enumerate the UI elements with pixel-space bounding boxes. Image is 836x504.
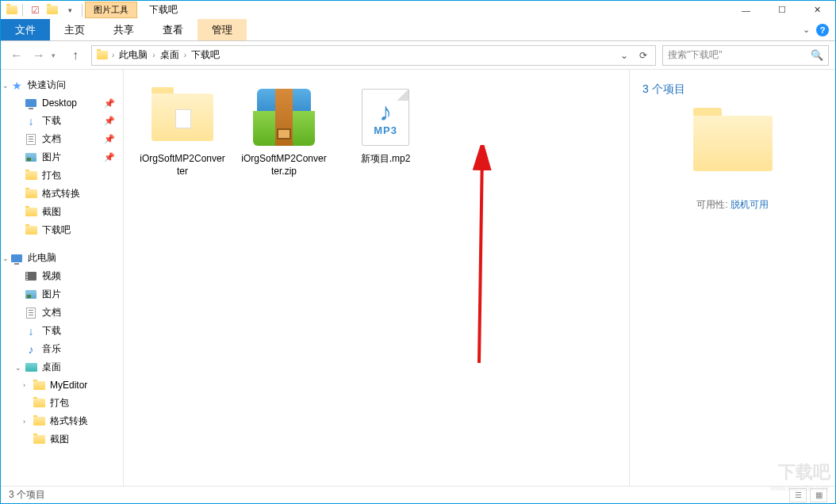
folder-icon <box>33 433 45 446</box>
folder-icon <box>25 170 37 182</box>
nav-desktop[interactable]: Desktop 📌 <box>1 94 123 112</box>
folder-icon <box>25 188 37 200</box>
nav-folder-geshi[interactable]: 格式转换 <box>1 185 123 203</box>
pin-icon: 📌 <box>104 134 120 144</box>
audio-icon: ♪ MP3 <box>350 86 421 149</box>
details-avail-value: 脱机可用 <box>731 199 769 210</box>
nav-documents2[interactable]: 文档 <box>1 304 123 322</box>
file-item-zip[interactable]: 360 ZIP iOrgSoftMP2Converter.zip <box>236 86 332 178</box>
nav-music[interactable]: ♪ 音乐 <box>1 340 123 358</box>
chevron-right-icon[interactable]: › <box>150 51 157 59</box>
nav-downloads[interactable]: ↓ 下载 📌 <box>1 112 123 130</box>
maximize-button[interactable]: ☐ <box>764 2 800 19</box>
download-icon: ↓ <box>25 115 37 128</box>
nav-up-button[interactable]: ↑ <box>66 46 85 65</box>
nav-desktop2[interactable]: ⌄ 桌面 <box>1 358 123 376</box>
computer-icon <box>10 252 23 265</box>
breadcrumb-level2[interactable]: 下载吧 <box>189 48 222 62</box>
nav-jietu2[interactable]: 截图 <box>1 430 123 449</box>
nav-myeditor[interactable]: › MyEditor <box>1 376 123 394</box>
zip-icon: 360 ZIP <box>248 86 320 149</box>
monitor-icon <box>25 97 37 109</box>
close-button[interactable]: ✕ <box>800 2 835 19</box>
nav-geshi2[interactable]: › 格式转换 <box>1 412 123 430</box>
caret-right-icon[interactable]: › <box>23 381 25 389</box>
nav-downloads2[interactable]: ↓ 下载 <box>1 322 123 340</box>
chevron-right-icon[interactable]: › <box>109 51 117 59</box>
ribbon: 文件 主页 共享 查看 管理 ⌄ ? <box>1 19 835 41</box>
folder-icon <box>33 397 45 410</box>
nav-folder-jietu[interactable]: 截图 <box>1 203 123 221</box>
nav-dabao2[interactable]: 打包 <box>1 394 123 412</box>
refresh-button[interactable]: ⟳ <box>635 47 652 64</box>
file-list[interactable]: iOrgSoftMP2Converter 360 ZIP iOrgSoftMP2… <box>124 70 629 486</box>
search-input[interactable]: 搜索"下载吧" 🔍 <box>662 45 829 66</box>
download-icon: ↓ <box>25 325 37 338</box>
details-avail-label: 可用性: <box>696 199 727 210</box>
caret-down-icon[interactable]: ⌄ <box>15 364 21 372</box>
tab-manage[interactable]: 管理 <box>197 19 247 40</box>
pin-icon: 📌 <box>104 98 120 109</box>
file-label: 新项目.mp2 <box>361 152 411 165</box>
details-pane: 3 个项目 可用性: 脱机可用 <box>629 70 835 486</box>
contextual-tab-label: 图片工具 <box>85 2 137 18</box>
qat-folder-icon[interactable] <box>44 3 60 17</box>
file-item-folder[interactable]: iOrgSoftMP2Converter <box>135 86 230 178</box>
tab-view[interactable]: 查看 <box>148 19 197 40</box>
breadcrumb-dropdown-icon[interactable]: ⌄ <box>615 47 633 64</box>
svg-line-1 <box>479 151 482 363</box>
annotation-arrow-icon <box>465 145 497 367</box>
folder-icon <box>33 379 45 391</box>
expand-ribbon-icon[interactable]: ⌄ <box>803 25 810 35</box>
document-icon <box>25 307 37 319</box>
nav-this-pc[interactable]: ⌄ 此电脑 <box>1 249 123 267</box>
minimize-button[interactable]: — <box>728 2 764 19</box>
navigation-pane[interactable]: ⌄ ★ 快速访问 Desktop 📌 ↓ 下载 📌 文档 📌 图片 <box>1 70 124 486</box>
file-label: iOrgSoftMP2Converter.zip <box>240 152 328 178</box>
caret-down-icon[interactable]: ⌄ <box>2 254 9 262</box>
file-item-mp2[interactable]: ♪ MP3 新项目.mp2 <box>338 86 433 178</box>
breadcrumb-root[interactable]: 此电脑 <box>117 48 150 62</box>
details-title: 3 个项目 <box>642 82 823 97</box>
nav-forward-button[interactable]: → <box>29 46 48 65</box>
nav-pictures2[interactable]: 图片 <box>1 285 123 304</box>
breadcrumb-folder-icon <box>95 51 109 59</box>
music-icon: ♪ <box>25 343 37 356</box>
qat-prop-icon[interactable]: ☑ <box>27 3 43 17</box>
nav-quick-access[interactable]: ⌄ ★ 快速访问 <box>1 76 123 94</box>
pin-icon: 📌 <box>104 152 120 162</box>
qat-dropdown-icon[interactable]: ▾ <box>62 3 78 17</box>
folder-icon <box>25 224 37 237</box>
status-count: 3 个项目 <box>9 488 45 502</box>
breadcrumb-bar[interactable]: › 此电脑 › 桌面 › 下载吧 ⌄ ⟳ <box>91 45 656 66</box>
picture-icon <box>25 151 37 164</box>
folder-icon <box>147 86 218 149</box>
breadcrumb-level1[interactable]: 桌面 <box>158 48 182 62</box>
title-bar: ☑ ▾ 图片工具 下载吧 — ☐ ✕ <box>1 1 835 19</box>
document-icon <box>25 133 37 146</box>
picture-icon <box>25 288 37 301</box>
search-placeholder: 搜索"下载吧" <box>668 48 723 62</box>
pin-icon: 📌 <box>104 116 120 126</box>
chevron-right-icon[interactable]: › <box>182 51 189 59</box>
file-label: iOrgSoftMP2Converter <box>139 152 226 178</box>
folder-icon <box>33 415 45 428</box>
nav-folder-dabao[interactable]: 打包 <box>1 166 123 185</box>
status-bar: 3 个项目 ☰ ▦ <box>1 486 835 503</box>
nav-documents[interactable]: 文档 📌 <box>1 130 123 148</box>
caret-down-icon[interactable]: ⌄ <box>2 82 9 90</box>
video-icon <box>25 270 37 283</box>
help-icon[interactable]: ? <box>816 24 829 36</box>
nav-history-dropdown[interactable]: ▾ <box>52 52 63 59</box>
tab-share[interactable]: 共享 <box>99 19 148 40</box>
watermark-url: www.xiazaiba.com <box>770 484 829 492</box>
nav-videos[interactable]: 视频 <box>1 267 123 285</box>
tab-file[interactable]: 文件 <box>1 19 50 40</box>
search-icon[interactable]: 🔍 <box>811 49 823 61</box>
caret-right-icon[interactable]: › <box>23 418 25 426</box>
nav-folder-xiazaiba[interactable]: 下载吧 <box>1 221 123 239</box>
nav-back-button[interactable]: ← <box>7 46 26 65</box>
tab-home[interactable]: 主页 <box>50 19 99 40</box>
nav-pictures[interactable]: 图片 📌 <box>1 148 123 166</box>
details-folder-icon <box>693 116 773 179</box>
